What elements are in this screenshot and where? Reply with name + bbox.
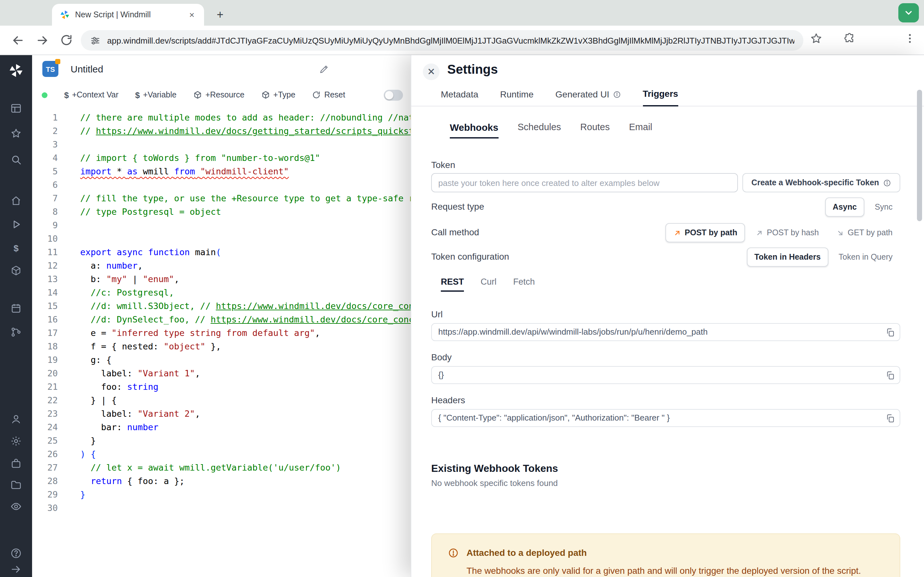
code-line[interactable]: } | { [80,394,411,407]
favorites-star-icon[interactable] [10,127,22,139]
user-icon[interactable] [10,414,22,425]
tab-metadata-label: Metadata [441,89,478,99]
token-input[interactable] [431,173,738,192]
resources-icon[interactable] [10,265,22,276]
code-lines[interactable]: // there are multiple modes to add as he… [80,111,411,515]
site-settings-icon[interactable] [90,35,101,46]
url-field[interactable]: https://app.windmill.dev/api/w/windmill-… [431,323,900,341]
subtab-email[interactable]: Email [629,122,653,139]
settings-gear-icon[interactable] [10,435,22,447]
line-number: 23 [32,407,58,421]
bookmark-star-icon[interactable] [810,32,825,47]
snippet-tab-fetch[interactable]: Fetch [513,277,535,292]
reset-button[interactable]: Reset [312,90,345,99]
audit-logs-eye-icon[interactable] [10,501,22,512]
code-line[interactable] [80,501,411,515]
copy-icon[interactable] [885,371,895,380]
new-tab-button[interactable]: + [212,6,228,23]
reload-icon[interactable] [60,33,74,47]
code-line[interactable]: //c: Postgresql, [80,286,411,300]
code-line[interactable]: label: "Variant 2", [80,407,411,421]
code-line[interactable]: label: "Variant 1", [80,367,411,380]
search-icon[interactable] [10,154,22,165]
folders-icon[interactable] [10,479,22,490]
expand-sidebar-arrow-icon[interactable] [10,564,22,575]
call-method-post-by-hash[interactable]: POST by hash [748,224,826,242]
windmill-logo-icon[interactable] [8,63,24,78]
token-in-query[interactable]: Token in Query [832,248,900,266]
extensions-icon[interactable] [843,32,859,47]
code-line[interactable]: // there are multiple modes to add as he… [80,111,411,124]
code-line[interactable] [80,219,411,232]
code-line[interactable]: // fill the type, or use the +Resource t… [80,192,411,205]
panel-scrollbar[interactable] [917,90,922,221]
code-line[interactable] [80,138,411,151]
code-line[interactable]: ) { [80,448,411,461]
subtab-routes[interactable]: Routes [580,122,610,139]
code-line[interactable]: g: { [80,353,411,367]
tab-generated-ui[interactable]: Generated UI [556,89,621,106]
code-line[interactable]: bar: number [80,421,411,434]
call-method-get-by-path[interactable]: GET by path [829,224,900,242]
edit-title-pencil-icon[interactable] [319,64,329,74]
add-variable-button[interactable]: $ +Variable [135,90,176,100]
code-line[interactable] [80,178,411,192]
schedules-calendar-icon[interactable] [10,303,22,314]
create-webhook-token-button[interactable]: Create a Webhook-specific Token [742,173,900,192]
code-line[interactable]: import * as wmill from "windmill-client" [80,165,411,178]
add-resource-button[interactable]: +Resource [193,90,244,99]
screen-share-indicator[interactable] [898,3,919,23]
code-line[interactable]: } [80,434,411,448]
tab-metadata[interactable]: Metadata [441,89,478,106]
tab-close-icon[interactable]: × [186,9,198,21]
home-icon[interactable] [10,195,22,206]
code-line[interactable]: return { foo: a }; [80,474,411,488]
dollar-icon: $ [135,90,140,100]
copy-icon[interactable] [885,327,895,337]
back-icon[interactable] [11,33,25,47]
code-line[interactable]: a: number, [80,259,411,272]
code-line[interactable]: //d: wmill.S3Object, // https://www.wind… [80,300,411,313]
address-bar[interactable]: app.windmill.dev/scripts/add#JTdCJTIyaGF… [81,30,803,51]
help-icon[interactable] [10,548,22,559]
add-type-button[interactable]: +Type [261,90,296,99]
code-line[interactable]: // type Postgresql = object [80,205,411,219]
code-line[interactable]: foo: string [80,380,411,394]
code-line[interactable]: f = { nested: "object" }, [80,340,411,353]
subtab-schedules[interactable]: Schedules [517,122,561,139]
apps-icon[interactable] [10,103,22,114]
copy-icon[interactable] [885,414,895,423]
snippet-tab-rest[interactable]: REST [441,277,464,292]
flows-branch-icon[interactable] [10,326,22,338]
code-line[interactable]: export async function main( [80,245,411,259]
close-settings-icon[interactable]: ✕ [423,63,439,80]
workers-briefcase-icon[interactable] [10,458,22,469]
code-line[interactable]: //d: DynSelect_foo, // https://www.windm… [80,313,411,326]
diff-toggle[interactable] [384,90,403,101]
code-line[interactable]: // https://www.windmill.dev/docs/getting… [80,124,411,138]
tab-triggers[interactable]: Triggers [643,89,678,106]
code-line[interactable]: // import { toWords } from "number-to-wo… [80,151,411,165]
body-field[interactable]: {} [431,366,900,384]
tab-runtime[interactable]: Runtime [500,89,533,106]
request-type-async[interactable]: Async [825,197,864,217]
add-context-var-button[interactable]: $ +Context Var [64,90,118,100]
browser-tab[interactable]: New Script | Windmill × [52,4,204,26]
code-editor[interactable]: 1234567891011121314151617181920212223242… [32,106,411,577]
code-line[interactable] [80,232,411,245]
subtab-webhooks[interactable]: Webhooks [450,122,498,139]
type-cube-icon [261,90,270,99]
code-line[interactable]: e = "inferred type string from default a… [80,326,411,340]
code-line[interactable]: } [80,488,411,501]
forward-icon[interactable] [35,33,49,47]
request-type-sync[interactable]: Sync [867,198,900,216]
headers-field[interactable]: { "Content-Type": "application/json", "A… [431,409,900,427]
token-in-headers[interactable]: Token in Headers [746,247,829,267]
call-method-post-by-path[interactable]: POST by path [666,223,745,242]
code-line[interactable]: // let x = await wmill.getVariable('u/us… [80,461,411,474]
browser-menu-icon[interactable] [903,32,919,47]
snippet-tab-curl[interactable]: Curl [481,277,497,292]
variables-icon[interactable]: $ [0,243,32,253]
runs-icon[interactable] [10,219,22,230]
code-line[interactable]: b: "my" | "enum", [80,272,411,286]
